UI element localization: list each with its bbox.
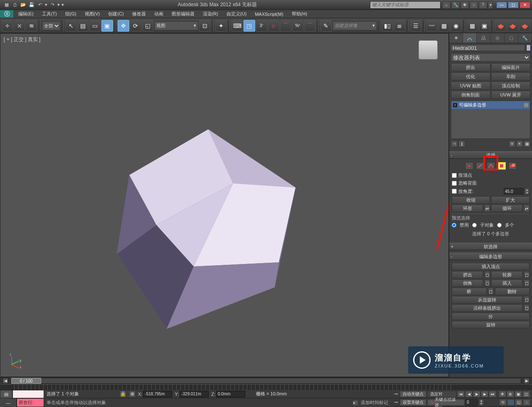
object-color-swatch[interactable] xyxy=(526,44,531,51)
search-icon[interactable]: ⌕ xyxy=(442,1,451,9)
help-icon[interactable]: ? xyxy=(479,1,487,9)
qat-dropdown[interactable]: ▾ xyxy=(61,1,65,9)
tab-hierarchy[interactable]: 品 xyxy=(477,33,490,43)
extrude-settings-button[interactable]: ◻ xyxy=(484,271,490,279)
nav-walk-button[interactable]: 👣 xyxy=(507,399,515,406)
cmdline-input[interactable]: 所在行: xyxy=(17,398,44,407)
named-selection-combo[interactable]: 创建选择集▾ xyxy=(332,21,377,30)
modbtn-lathe[interactable]: 车削 xyxy=(491,72,531,81)
by-angle-checkbox[interactable] xyxy=(452,189,457,194)
nav-min-button[interactable]: ▫ xyxy=(523,399,530,406)
angle-snap-button[interactable]: 3° xyxy=(256,20,267,32)
bind-spacewarp-button[interactable]: ≋ xyxy=(26,20,37,32)
tab-motion[interactable]: ◎ xyxy=(491,33,505,43)
curve-editor-button[interactable]: 〰 xyxy=(426,20,438,32)
stack-expand-icon[interactable]: + xyxy=(453,103,457,107)
set-key-button[interactable]: 设置关键点 xyxy=(400,399,426,406)
menu-tools[interactable]: 工具(T) xyxy=(38,10,61,18)
viewport-label[interactable]: [ + ] 正交 ] 真实 ] xyxy=(4,36,40,43)
select-region-rect-button[interactable]: ▭ xyxy=(89,20,101,32)
modbtn-optimize[interactable]: 优化 xyxy=(451,72,490,81)
select-move-button[interactable]: ✥ xyxy=(118,20,129,32)
stack-toggle-icon[interactable] xyxy=(524,103,528,107)
bevel-settings-button[interactable]: ◻ xyxy=(484,279,490,287)
time-tag-button[interactable]: ▾ xyxy=(352,400,358,406)
menu-help[interactable]: 帮助(H) xyxy=(288,10,311,18)
inset-settings-button[interactable]: ◻ xyxy=(524,279,530,287)
by-vertex-checkbox[interactable] xyxy=(452,173,457,178)
prev-frame-button[interactable]: ◀ xyxy=(465,391,473,397)
preview-multi-radio[interactable] xyxy=(497,223,502,227)
snap-toggle-button[interactable]: ◳ xyxy=(244,20,255,32)
nav-fov-button[interactable]: ◫ xyxy=(522,391,530,397)
menu-create[interactable]: 创建(C) xyxy=(104,10,128,18)
percent-button[interactable]: %° xyxy=(292,20,303,32)
subobj-element-button[interactable] xyxy=(508,162,517,170)
menu-grapheditors[interactable]: 图形编辑器 xyxy=(167,10,199,18)
keyboard-shortcut-button[interactable]: ⌨ xyxy=(232,20,243,32)
modbtn-bevelprofile[interactable]: 倒角剖面 xyxy=(451,91,490,99)
open-file-button[interactable]: 📂 xyxy=(19,1,27,9)
layers-button[interactable]: ☰ xyxy=(410,20,421,32)
timeslider-prev[interactable]: ◀ xyxy=(2,378,8,384)
subscription-icon[interactable]: 🔧 xyxy=(451,1,460,9)
object-name-field[interactable] xyxy=(451,44,525,51)
viewcube[interactable] xyxy=(415,38,440,63)
by-angle-spinner-arrows[interactable]: ▲▼ xyxy=(525,188,530,195)
coord-z[interactable]: 0.0mm xyxy=(216,391,245,397)
tab-utilities[interactable]: 🔧 xyxy=(518,33,532,43)
subobj-polygon-button[interactable] xyxy=(498,162,506,170)
rendered-frame-button[interactable]: ▣ xyxy=(479,20,490,32)
preview-off-radio[interactable] xyxy=(452,223,456,227)
redo-dropdown[interactable]: ▾ xyxy=(57,1,61,9)
maximize-button[interactable]: ◻ xyxy=(508,2,519,8)
viewport[interactable]: [ + ] 正交 ] 真实 ] z y x xyxy=(0,33,449,377)
outline-settings-button[interactable]: ◻ xyxy=(524,271,530,279)
select-name-button[interactable]: ▤ xyxy=(77,20,89,32)
subobj-vertex-button[interactable] xyxy=(465,162,473,170)
nav-zoom-button[interactable]: ⊕ xyxy=(507,391,514,397)
inset-button[interactable]: 插入 xyxy=(491,279,522,287)
align-button[interactable]: ≣ xyxy=(394,20,405,32)
track-bar[interactable] xyxy=(0,384,532,390)
selection-filter-combo[interactable]: 全部 xyxy=(42,21,60,30)
lock-selection-button[interactable]: 🔒 xyxy=(120,391,126,397)
menu-edit[interactable]: 编辑(E) xyxy=(14,10,38,18)
hinge-button[interactable]: 从边旋转 xyxy=(452,296,522,303)
extrude-button[interactable]: 挤出 xyxy=(452,271,483,279)
current-frame-field[interactable]: 0 xyxy=(466,399,478,406)
select-rotate-button[interactable]: ⟳ xyxy=(130,20,141,32)
modbtn-extrude[interactable]: 挤出 xyxy=(451,63,490,72)
select-manipulate-button[interactable]: ✦ xyxy=(215,20,227,32)
stack-item-editable-poly[interactable]: + 可编辑多边形 xyxy=(451,101,530,109)
menu-maxscript[interactable]: MAXScript(M) xyxy=(251,10,287,18)
flip-button[interactable]: 翻转 xyxy=(495,288,530,295)
bevel-button[interactable]: 倒角 xyxy=(452,279,483,287)
make-unique-button[interactable]: ∀ xyxy=(509,141,515,147)
pivot-center-button[interactable]: ⊡ xyxy=(199,20,210,32)
modifier-stack[interactable]: + 可编辑多边形 xyxy=(451,101,530,139)
material-editor-button[interactable]: ◉ xyxy=(451,20,462,32)
mirror-button[interactable]: ▮▯ xyxy=(382,20,393,32)
favorites-icon[interactable]: ☆ xyxy=(470,1,478,9)
render-setup-button[interactable]: ▦ xyxy=(467,20,478,32)
key-filter-button[interactable]: ∿ 关键点过滤器... xyxy=(427,399,465,406)
loop-spinner[interactable]: ▴▾ xyxy=(524,205,530,212)
extrude-spline-button[interactable]: 沿样条线挤出 xyxy=(452,304,522,312)
bridge-settings-button[interactable]: ◻ xyxy=(488,288,494,295)
modbtn-uvwmap[interactable]: UVW 贴图 xyxy=(451,81,490,90)
infocenter-search[interactable]: 键入关键字或短语 xyxy=(370,1,441,9)
rollout-selection-header[interactable]: -选择 xyxy=(449,151,532,159)
snap-options-button[interactable]: ⌒ xyxy=(304,20,315,32)
undo-button[interactable]: ↶ xyxy=(36,1,44,9)
help-dropdown-icon[interactable]: ▾ xyxy=(488,1,493,9)
preview-subobj-radio[interactable] xyxy=(472,223,477,227)
grow-button[interactable]: 扩大 xyxy=(491,196,530,204)
modifier-list-combo[interactable]: 修改器列表 xyxy=(451,53,530,62)
percent-snap-button[interactable]: ∩ xyxy=(268,20,279,32)
unlink-button[interactable]: ⤫ xyxy=(14,20,25,32)
render-iterative-button[interactable]: 🫖 xyxy=(507,20,518,32)
key-icon[interactable]: ⊸ xyxy=(392,391,399,397)
menu-customize[interactable]: 自定义(U) xyxy=(222,10,251,18)
modbtn-vertexpaint[interactable]: 顶点绘制 xyxy=(491,81,531,90)
